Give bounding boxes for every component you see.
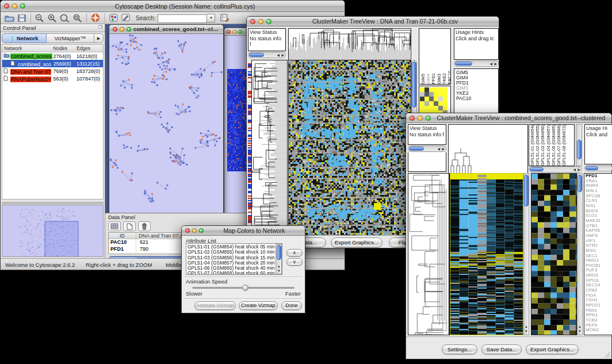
create-vizmap-button[interactable]: Create Vizmap [239, 301, 278, 310]
zoom-fit-icon[interactable] [71, 13, 84, 23]
table-edit-icon[interactable] [219, 13, 231, 23]
tv2-detail-heatmap[interactable] [531, 173, 577, 335]
network-tree-row[interactable]: DNA and Tran 07769(0)183728(0) [2, 67, 103, 75]
gene-label[interactable]: PAC10 [456, 96, 498, 101]
gene-label[interactable]: MON2 [586, 328, 612, 333]
tv2-array-labels[interactable]: GPL51-01 (GSM854)GPL51-02 (GSM855)GPL51-… [529, 124, 575, 166]
tv2-detail-vscrollbar[interactable]: ▲▼ [577, 173, 583, 335]
zoom-selected-icon[interactable] [59, 13, 71, 23]
array-label[interactable]: GPL51-07 (GSM868) [556, 125, 561, 166]
birdseye-view[interactable] [2, 205, 104, 257]
minimize-button[interactable] [12, 3, 17, 9]
tv1-array-dendrogram[interactable] [288, 28, 411, 60]
tab-network[interactable]: ⋮ Network [2, 33, 47, 43]
tv2-settings-button[interactable]: Settings... [442, 344, 477, 354]
animation-speed-slider[interactable] [192, 287, 294, 289]
array-label[interactable]: GPL51-06 (GSM865) [551, 125, 556, 166]
tv2-export-graphics-button[interactable]: Export Graphics... [526, 344, 579, 354]
zoom-button[interactable] [199, 228, 204, 233]
close-button[interactable] [4, 3, 9, 9]
treeview1-titlebar[interactable]: ClusterMaker TreeView : DNA and Tran 07-… [247, 17, 499, 26]
tv1-hints-scrollbar[interactable]: ◀▶ [454, 60, 499, 67]
array-label[interactable]: PFD1 [431, 73, 436, 84]
array-label[interactable]: GPL51-01 (GSM854) [530, 125, 535, 166]
zoom-in-icon[interactable] [46, 13, 59, 23]
network-name[interactable]: combined_sco [17, 62, 52, 67]
help-lifering-icon[interactable] [89, 13, 102, 23]
animate-vizmap-button[interactable]: Animate Vizmap [194, 301, 236, 310]
minimize-button[interactable] [258, 19, 263, 24]
search-dropdown-button[interactable]: ▼ [207, 14, 215, 22]
attr-col-id[interactable]: ID [109, 233, 136, 239]
col-network[interactable]: Network [2, 45, 53, 51]
minimize-button[interactable] [418, 116, 423, 121]
close-button[interactable] [410, 116, 415, 121]
zoom-out-icon[interactable] [33, 13, 46, 23]
zoom-button[interactable] [20, 3, 25, 9]
network-name[interactable]: combined_scores [10, 53, 52, 59]
tab-overflow-arrow[interactable]: ▶ [94, 33, 104, 43]
tv1-status-scrollbar[interactable]: ◀▶ [248, 52, 286, 58]
network-canvas[interactable] [110, 34, 223, 213]
save-icon[interactable] [16, 13, 28, 23]
array-label[interactable]: YKE2 [442, 73, 447, 84]
array-label[interactable]: GPL51-08 (GSM872) [561, 125, 567, 166]
array-label[interactable]: GIM5 [420, 74, 426, 84]
network-tree-row[interactable]: combined_scores2764(0)16218(0) [2, 52, 103, 60]
move-down-button[interactable]: ∨ [286, 258, 303, 266]
folder-open-icon[interactable] [3, 13, 16, 23]
tv1-array-labels[interactable]: GIM5GIM4PFD1GIM3YKE2PAC10 [419, 28, 451, 85]
attribute-list[interactable]: GPL51-01 (GSM854) heat shock 05 minGPL51… [186, 243, 282, 275]
array-label[interactable]: GPL51-02 (GSM855) [535, 125, 540, 166]
tv1-gene-dendrogram[interactable] [251, 60, 288, 237]
tv2-hints-scrollbar[interactable] [584, 165, 612, 171]
table-grid-icon[interactable] [108, 221, 121, 231]
tv2-heatmap-vscrollbar[interactable]: ▲▼ [523, 173, 529, 335]
done-button[interactable]: Done [281, 301, 302, 310]
array-label[interactable]: PAC10 [447, 71, 451, 84]
network-view-frame[interactable]: combined_scores_good.txt--cluste... [109, 24, 224, 214]
network-name[interactable]: DNA and Tran 07 [10, 69, 51, 75]
tv2-status-scrollbar[interactable]: ◀▶ [408, 145, 446, 152]
annotation-icon[interactable] [120, 13, 132, 23]
array-label[interactable]: GIM3 [437, 74, 442, 84]
close-button[interactable] [185, 228, 190, 233]
new-attribute-icon[interactable] [123, 221, 136, 231]
move-up-button[interactable]: ∧ [286, 249, 303, 256]
treeview2-titlebar[interactable]: ClusterMaker TreeView : combined_scores_… [406, 113, 611, 123]
network-tree-row[interactable]: RNAPuberNov2+563(0)107847(0) [2, 75, 103, 82]
zoom-button[interactable] [426, 116, 431, 121]
delete-attribute-icon[interactable] [138, 221, 151, 231]
close-button[interactable] [250, 19, 255, 24]
tv2-gene-list[interactable]: PFD1YRA1RNR4MSL1SPC98CLN1NIS1BUD4ELG1MAK… [584, 173, 612, 335]
tv2-array-dendrogram[interactable] [448, 124, 528, 174]
tv1-heatmap[interactable] [288, 60, 411, 237]
node-palette-icon[interactable] [107, 13, 120, 23]
dialog-titlebar[interactable]: Map Colors to Network [182, 226, 305, 236]
minimize-button[interactable] [192, 228, 197, 233]
slider-thumb[interactable] [242, 285, 248, 291]
search-input[interactable] [158, 14, 207, 23]
tv2-detail-hscrollbar[interactable]: ◀▶ [529, 166, 582, 173]
array-label[interactable]: GPL51-03 (GSM856) [540, 125, 545, 166]
tv2-gene-dendrogram[interactable] [408, 173, 450, 335]
tv1-export-graphics-button[interactable]: Export Graphics... [331, 237, 382, 247]
tab-vizmapper[interactable]: VizMapper™ [47, 33, 94, 43]
frame-minimize-button[interactable] [120, 27, 124, 32]
float-panel-icon[interactable]: ❐ [98, 25, 102, 30]
zoom-button[interactable] [266, 19, 271, 24]
array-label[interactable]: GIM4 [426, 74, 431, 84]
tv2-labels-vscrollbar[interactable] [576, 124, 582, 166]
main-titlebar[interactable]: Cytoscape Desktop (Session Name: collins… [1, 1, 345, 12]
attribute-list-item[interactable]: GPL51-07 (GSM868) heat shock 60 min [188, 271, 281, 275]
array-label[interactable]: GPL51-04 (GSM857) [546, 125, 551, 166]
panel-splitter[interactable] [2, 202, 104, 204]
network-name[interactable]: RNAPuberNov2+ [10, 76, 51, 82]
tv2-save-data-button[interactable]: Save Data... [481, 344, 522, 354]
attribute-list-scrollbar[interactable]: ▲▼ [276, 244, 282, 274]
col-nodes[interactable]: Nodes [53, 45, 76, 51]
tv2-heatmap[interactable] [450, 173, 523, 335]
frame-zoom-button[interactable] [127, 27, 131, 32]
col-edges[interactable]: Edges [76, 45, 103, 51]
network-tree-row[interactable]: combined_sco2569(6)13112(15) [2, 60, 103, 67]
